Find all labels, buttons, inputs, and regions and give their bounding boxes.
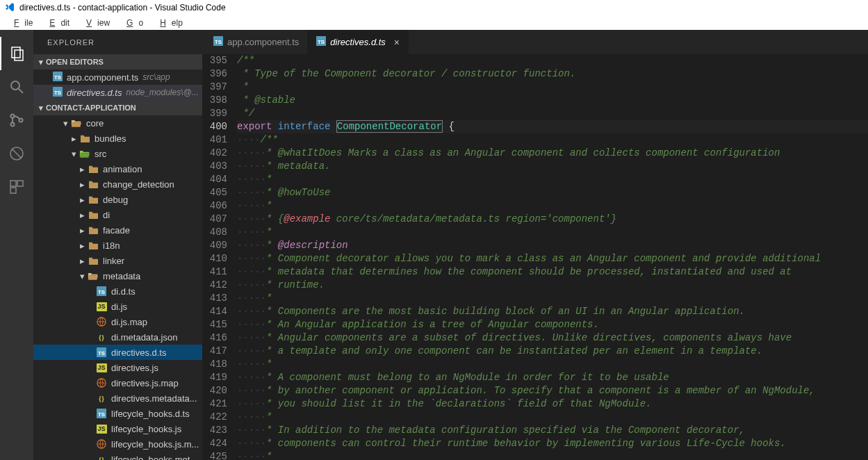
open-editors-list: TSapp.component.ts src\appTSdirectives.d… [33,69,202,100]
code-line[interactable]: ·····* [237,411,868,424]
code-line[interactable]: ····/** [237,133,868,147]
tree-item[interactable]: {}directives.metadata... [33,391,202,406]
tree-item[interactable]: {}lifecycle_hooks.met... [33,452,202,460]
json-icon: {} [96,331,107,343]
svg-text:TS: TS [98,411,105,418]
tree-item[interactable]: JSlifecycle_hooks.js [33,421,202,436]
tree-item-label: di.d.ts [111,286,136,297]
svg-rect-1 [15,50,23,60]
code-line[interactable]: ·····* metadata. [237,160,868,173]
tree-item[interactable]: TSdi.d.ts [33,284,202,299]
js-icon: JS [96,362,107,373]
code-editor[interactable]: 3953963973983994004014024034044054064074… [202,54,868,460]
tree-item-label: directives.js [111,363,158,373]
code-content[interactable]: /** * Type of the Component decorator / … [237,54,868,460]
activity-debug-icon[interactable] [0,137,33,170]
tree-item[interactable]: directives.js.map [33,375,202,391]
code-line[interactable]: ·····* An Angular application is a tree … [237,318,868,331]
tree-item[interactable]: ▸linker [33,253,202,268]
code-line[interactable]: ·····* [237,199,868,213]
menu-view[interactable]: View [75,17,115,29]
ts-file-icon: TS [213,36,223,48]
tree-item[interactable]: TSlifecycle_hooks.d.ts [33,406,202,421]
code-line[interactable]: ·····* [237,292,868,305]
activity-extensions-icon[interactable] [0,170,33,204]
code-line[interactable]: export interface ComponentDecorator { [237,120,868,133]
editor-tab[interactable]: TSdirectives.d.ts× [308,30,409,54]
code-line[interactable]: * @stable [237,94,868,107]
tree-item[interactable]: lifecycle_hooks.js.m... [33,436,202,452]
code-line[interactable]: ·····* metadata that determines how the … [237,265,868,279]
activity-explorer-icon[interactable] [0,37,33,70]
code-line[interactable]: ·····* components can control their runt… [237,437,868,450]
open-editor-item[interactable]: TSapp.component.ts src\app [33,69,202,85]
code-line[interactable]: ·····* Components are the most basic bui… [237,305,868,318]
tree-item[interactable]: {}di.metadata.json [33,329,202,345]
menu-edit[interactable]: Edit [38,17,75,29]
tree-item[interactable]: ▸change_detection [33,176,202,192]
code-line[interactable]: ·····* Component decorator allows you to… [237,252,868,265]
tree-item-label: change_detection [103,179,174,190]
svg-text:TS: TS [54,89,61,95]
tree-item[interactable]: di.js.map [33,314,202,329]
close-icon[interactable]: × [394,38,400,47]
activity-search-icon[interactable] [0,70,33,104]
code-line[interactable]: ·····* you should list it in the `declar… [237,397,868,411]
project-header[interactable]: ▾CONTACT-APPLICATION [33,100,202,115]
ts-icon: TS [96,347,107,358]
open-editors-header[interactable]: ▾OPEN EDITORS [33,54,202,69]
map-icon [96,438,107,450]
code-line[interactable]: ·····* [237,226,868,239]
code-line[interactable]: ·····* runtime. [237,279,868,292]
code-line[interactable]: /** [237,54,868,67]
tree-item-label: di.js [111,302,127,312]
tree-item[interactable]: JSdi.js [33,299,202,314]
tree-item[interactable]: ▸facade [33,222,202,238]
code-line[interactable]: ·····* A component must belong to an NgM… [237,371,868,384]
code-line[interactable]: ·····* {@example core/ts/metadata/metada… [237,213,868,226]
tree-item[interactable]: TSdirectives.d.ts [33,345,202,360]
tree-item-label: animation [103,164,142,174]
tree-item[interactable]: ▸di [33,207,202,222]
folder-icon [88,194,99,205]
tree-item[interactable]: ▾metadata [33,268,202,284]
tree-item[interactable]: ▾core [33,115,202,131]
tree-item[interactable]: ▸bundles [33,131,202,146]
code-line[interactable]: ·····* @whatItDoes Marks a class as an A… [237,147,868,160]
svg-point-4 [11,115,15,118]
svg-text:{}: {} [99,456,104,461]
code-line[interactable]: ·····* @description [237,239,868,252]
code-line[interactable]: ·····* Angular components are a subset o… [237,331,868,345]
code-line[interactable]: ·····* @howToUse [237,186,868,199]
editor-tabs: TSapp.component.tsTSdirectives.d.ts× [202,30,868,54]
menu-go[interactable]: Go [115,17,149,29]
code-line[interactable]: ·····* [237,358,868,371]
open-editor-item[interactable]: TSdirectives.d.ts node_modules\@... [33,85,202,100]
tree-item[interactable]: ▸animation [33,161,202,176]
menu-help[interactable]: Help [149,17,188,29]
code-line[interactable]: * Type of the Component decorator / cons… [237,67,868,81]
code-line[interactable]: */ [237,107,868,120]
line-number-gutter: 3953963973983994004014024034044054064074… [202,54,237,460]
ts-file-icon: TS [53,72,63,83]
tree-item[interactable]: JSdirectives.js [33,360,202,375]
menu-file[interactable]: File [3,17,38,29]
code-line[interactable]: ·····* [237,173,868,186]
ts-icon: TS [96,286,107,297]
tree-item[interactable]: ▸i18n [33,238,202,253]
activity-bar [0,30,33,460]
twistie-icon: ▾ [61,118,69,129]
tree-item[interactable]: ▸debug [33,192,202,207]
code-line[interactable]: ·····* [237,450,868,460]
editor-group: TSapp.component.tsTSdirectives.d.ts× 395… [202,30,868,460]
code-line[interactable]: ·····* In addition to the metadata confi… [237,424,868,437]
svg-text:TS: TS [318,39,325,45]
code-line[interactable]: * [237,81,868,94]
twistie-icon: ▸ [78,240,86,251]
code-line[interactable]: ·····* by another component or applicati… [237,384,868,397]
tree-item-label: directives.d.ts [111,347,166,358]
tree-item[interactable]: ▾src [33,146,202,161]
editor-tab[interactable]: TSapp.component.ts [202,30,308,54]
code-line[interactable]: ·····* a template and only one component… [237,345,868,358]
activity-scm-icon[interactable] [0,104,33,137]
